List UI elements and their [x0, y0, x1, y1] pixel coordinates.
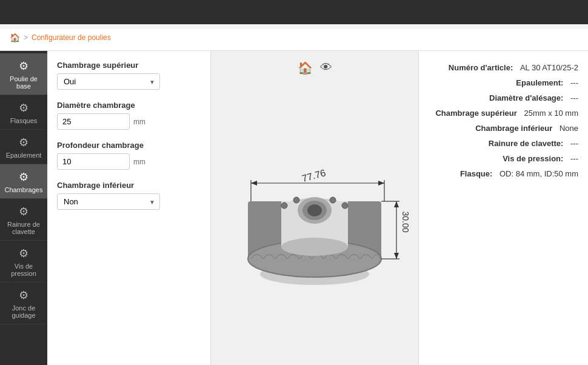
config-group-chambrage-inferieur: Chambrage inférieur Non Oui ▼ [57, 181, 201, 210]
svg-text:30.00: 30.00 [401, 211, 410, 232]
sidebar-item-jonc-de-guidage[interactable]: ⚙ Jonc de guidage [0, 283, 47, 324]
chambrage-inferieur-select[interactable]: Non Oui [57, 193, 160, 210]
home-icon: 🏠 [10, 33, 20, 42]
spec-label-epaulement: Epaulement: [516, 78, 563, 87]
sidebar-label-vis: Vis de pression [2, 263, 45, 277]
spec-label-rainure: Rainure de clavette: [489, 139, 564, 148]
profondeur-label: Profondeur chambrage [57, 141, 201, 150]
spec-row-flasque: Flasque: OD: 84 mm, ID:50 mm [429, 169, 578, 178]
spec-row-article: Numéro d'article: AL 30 AT10/25-2 [429, 63, 578, 72]
svg-point-13 [293, 197, 299, 203]
pulley-diagram: 77.76 30.00 [218, 113, 412, 307]
spec-value-article: AL 30 AT10/25-2 [520, 63, 578, 72]
spec-value-chambrage-sup: 25mm x 10 mm [524, 109, 578, 118]
gear-icon-flasques: ⚙ [19, 101, 28, 115]
diametre-input[interactable] [57, 113, 130, 130]
diametre-unit: mm [133, 118, 145, 126]
profondeur-unit: mm [133, 158, 145, 166]
config-panel: Chambrage supérieur Oui Non ▼ Diamètre c… [47, 51, 211, 365]
gear-icon-rainure: ⚙ [19, 205, 28, 218]
viewer-area: 🏠 👁 [211, 51, 418, 365]
spec-value-alesage: --- [570, 93, 578, 102]
sidebar-label-rainure: Rainure de clavette [2, 221, 45, 235]
profondeur-input[interactable] [57, 153, 130, 170]
spec-row-alesage: Diamètre d'alésage: --- [429, 93, 578, 102]
gear-icon-epaulement: ⚙ [19, 136, 28, 149]
gear-icon-vis: ⚙ [19, 247, 28, 260]
svg-point-7 [281, 238, 348, 256]
svg-point-11 [281, 203, 287, 209]
sidebar-label-epaulement: Epaulement [6, 152, 42, 159]
svg-text:77.76: 77.76 [301, 167, 327, 184]
svg-marker-19 [378, 181, 384, 186]
spec-label-chambrage-inf: Chambrage inférieur [475, 124, 552, 133]
chambrage-superieur-label: Chambrage supérieur [57, 61, 201, 70]
svg-marker-25 [394, 253, 399, 259]
config-group-profondeur: Profondeur chambrage mm [57, 141, 201, 170]
sidebar-item-vis-de-pression[interactable]: ⚙ Vis de pression [0, 241, 47, 283]
svg-point-10 [307, 204, 322, 216]
sidebar-label-flasques: Flasques [10, 117, 38, 124]
svg-point-12 [342, 203, 348, 209]
sidebar-label-jonc: Jonc de guidage [2, 304, 45, 319]
diametre-input-row: mm [57, 113, 201, 130]
config-group-chambrage-superieur: Chambrage supérieur Oui Non ▼ [57, 61, 201, 90]
chambrage-superieur-select[interactable]: Oui Non [57, 73, 160, 90]
diametre-label: Diamètre chambrage [57, 101, 201, 110]
home-icon-viewer[interactable]: 🏠 [298, 61, 313, 75]
svg-marker-24 [394, 201, 399, 207]
sidebar-item-poulie-base[interactable]: ⚙ Poulie de base [0, 53, 47, 95]
sidebar-item-rainure-clavette[interactable]: ⚙ Rainure de clavette [0, 199, 47, 241]
sidebar-item-chambrages[interactable]: ⚙ Chambrages [0, 164, 47, 199]
specs-panel: Numéro d'article: AL 30 AT10/25-2 Epaule… [418, 51, 588, 365]
spec-label-alesage: Diamètre d'alésage: [489, 93, 563, 102]
sidebar-label-chambrages: Chambrages [5, 186, 43, 193]
top-nav [0, 0, 588, 24]
svg-marker-18 [251, 181, 257, 186]
spec-row-chambrage-sup: Chambrage supérieur 25mm x 10 mm [429, 109, 578, 118]
spec-label-chambrage-sup: Chambrage supérieur [435, 109, 516, 118]
spec-value-chambrage-inf: None [560, 124, 578, 133]
main-layout: ⚙ Poulie de base ⚙ Flasques ⚙ Epaulement… [0, 51, 588, 365]
spec-row-vis: Vis de pression: --- [429, 154, 578, 163]
sidebar-item-flasques[interactable]: ⚙ Flasques [0, 95, 47, 130]
chambrage-inferieur-label: Chambrage inférieur [57, 181, 201, 190]
sidebar-item-epaulement[interactable]: ⚙ Epaulement [0, 130, 47, 164]
spec-row-chambrage-inf: Chambrage inférieur None [429, 124, 578, 133]
breadcrumb-link[interactable]: Configurateur de poulies [32, 33, 111, 42]
sidebar-label-poulie-base: Poulie de base [2, 75, 45, 90]
svg-point-14 [330, 197, 336, 203]
spec-value-vis: --- [570, 154, 578, 163]
spec-value-rainure: --- [570, 139, 578, 148]
breadcrumb: 🏠 > Configurateur de poulies [0, 29, 588, 51]
viewer-icons: 🏠 👁 [298, 61, 332, 75]
spec-label-article: Numéro d'article: [449, 63, 513, 72]
spec-label-vis: Vis de pression: [503, 154, 563, 163]
sidebar: ⚙ Poulie de base ⚙ Flasques ⚙ Epaulement… [0, 51, 47, 365]
gear-icon-jonc: ⚙ [19, 289, 28, 302]
profondeur-input-row: mm [57, 153, 201, 170]
spec-row-rainure: Rainure de clavette: --- [429, 139, 578, 148]
breadcrumb-separator: > [24, 33, 28, 42]
chambrage-inferieur-select-wrapper: Non Oui ▼ [57, 193, 160, 210]
eye-icon-viewer[interactable]: 👁 [320, 61, 332, 75]
gear-icon-poulie-base: ⚙ [19, 59, 28, 73]
spec-row-epaulement: Epaulement: --- [429, 78, 578, 87]
gear-icon-chambrages: ⚙ [19, 170, 28, 184]
chambrage-superieur-select-wrapper: Oui Non ▼ [57, 73, 160, 90]
spec-value-epaulement: --- [570, 78, 578, 87]
spec-value-flasque: OD: 84 mm, ID:50 mm [499, 169, 578, 178]
spec-label-flasque: Flasque: [460, 169, 492, 178]
config-group-diametre: Diamètre chambrage mm [57, 101, 201, 130]
